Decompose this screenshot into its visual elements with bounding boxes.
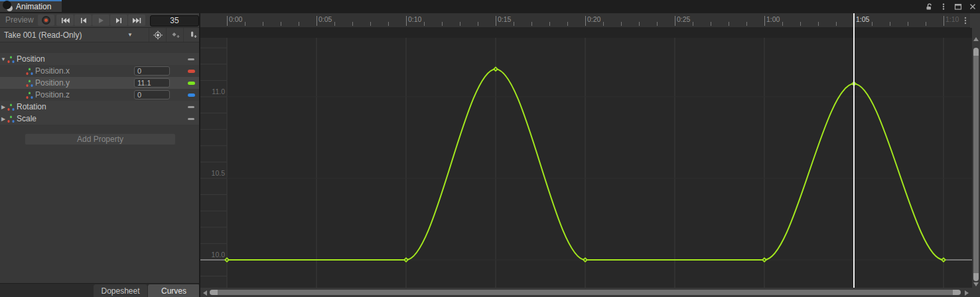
property-label: Position.y: [35, 78, 70, 88]
ruler-minor-tick: [800, 22, 801, 26]
lock-icon[interactable]: [923, 1, 935, 13]
previous-frame-button[interactable]: [74, 15, 92, 26]
ruler-major-tick: [316, 16, 317, 26]
property-row-position-y[interactable]: Position.y 11.1: [0, 77, 199, 89]
ruler-minor-tick: [478, 22, 478, 26]
tab-animation[interactable]: Animation: [0, 0, 62, 12]
horizontal-scrollbar-thumb[interactable]: [210, 290, 961, 295]
ruler-major-tick: [585, 16, 586, 26]
scroll-right-arrow-icon[interactable]: [965, 290, 969, 296]
ruler-time-label: 1:10: [945, 15, 959, 23]
next-frame-button[interactable]: [110, 15, 127, 26]
add-keyframe-button[interactable]: [166, 28, 184, 42]
ruler-minor-tick: [424, 22, 425, 26]
value-field-z[interactable]: 0: [134, 90, 170, 99]
scroll-left-arrow-icon[interactable]: [203, 290, 207, 296]
ruler-minor-tick: [281, 22, 281, 26]
property-row-position[interactable]: ▼ Position: [0, 53, 199, 65]
tab-title: Animation: [16, 2, 51, 11]
record-icon: [42, 16, 50, 25]
ruler-kebab-menu-icon[interactable]: [960, 13, 970, 27]
transform-icon: [25, 91, 33, 99]
ruler-time-label: 0:15: [498, 15, 511, 23]
scrollbar-corner: [972, 288, 980, 297]
ruler-minor-tick: [334, 22, 335, 26]
play-button[interactable]: [92, 15, 109, 26]
playhead-line[interactable]: [853, 13, 855, 288]
ruler-time-label: 1:05: [856, 15, 869, 23]
ruler-minor-tick: [746, 22, 747, 26]
curve-color-pill-z: [188, 93, 195, 97]
kebab-menu-icon[interactable]: [938, 1, 949, 13]
property-label: Position.x: [35, 66, 70, 76]
ruler-minor-tick: [567, 22, 568, 26]
window-tab-bar: Animation: [0, 0, 980, 13]
ruler-minor-tick: [836, 22, 837, 26]
ruler-major-tick: [406, 16, 407, 26]
chevron-down-icon: ▼: [127, 29, 133, 42]
ruler-minor-tick: [549, 22, 550, 26]
ruler-major-tick: [944, 16, 944, 26]
clip-selector-dropdown[interactable]: Take 001 (Read-Only) ▼: [0, 28, 149, 42]
ruler-minor-tick: [818, 22, 819, 26]
ruler-minor-tick: [872, 22, 873, 26]
value-axis-label: 10.5: [212, 169, 226, 177]
tab-curves[interactable]: Curves: [148, 284, 200, 297]
ruler-minor-tick: [729, 22, 729, 26]
ruler-minor-tick: [388, 22, 389, 26]
property-row-position-z[interactable]: Position.z 0: [0, 89, 199, 101]
vertical-scrollbar-thumb[interactable]: [973, 48, 979, 281]
preview-toggle[interactable]: Preview: [5, 13, 34, 27]
disclosure-triangle-icon[interactable]: ▼: [0, 56, 7, 62]
property-row-scale[interactable]: ▶ Scale: [0, 113, 199, 125]
goto-start-button[interactable]: [56, 15, 74, 26]
ruler-minor-tick: [926, 22, 926, 26]
current-frame-field[interactable]: 35: [150, 15, 199, 27]
close-icon[interactable]: [967, 1, 979, 13]
plot-top-band: [200, 28, 972, 38]
property-row-rotation[interactable]: ▶ Rotation: [0, 101, 199, 113]
current-keyframe-button[interactable]: [149, 28, 167, 42]
curve-canvas[interactable]: 11.010.510.0: [200, 28, 972, 288]
property-label: Position.z: [35, 90, 70, 99]
mode-tab-bar: Dopesheet Curves: [0, 283, 200, 297]
ruler-time-label: 0:25: [677, 15, 690, 23]
scroll-up-arrow-icon[interactable]: [973, 37, 979, 41]
goto-end-button[interactable]: [128, 15, 145, 26]
value-gutter: [200, 28, 227, 288]
ruler-minor-tick: [782, 22, 783, 26]
ruler-time-label: 0:20: [587, 15, 600, 23]
value-axis-label: 10.0: [212, 251, 226, 259]
disclosure-triangle-icon[interactable]: ▶: [0, 104, 7, 110]
transform-icon: [7, 115, 15, 123]
curve-editor[interactable]: 11.010.510.0: [200, 28, 972, 288]
scroll-down-arrow-icon[interactable]: [973, 282, 979, 286]
ruler-corner: [970, 13, 980, 28]
ruler-minor-tick: [299, 22, 299, 26]
animation-toolbar: Preview 35: [0, 13, 200, 28]
add-property-button[interactable]: Add Property: [25, 133, 176, 145]
curve-indicator-dash: [188, 58, 194, 60]
time-ruler[interactable]: 0:000:050:100:150:200:251:001:051:10: [200, 13, 970, 28]
curve-indicator-dash: [188, 118, 194, 120]
value-field-x[interactable]: 0: [134, 66, 170, 76]
maximize-icon[interactable]: [952, 1, 964, 13]
vertical-scrollbar[interactable]: [972, 28, 980, 288]
record-button[interactable]: [38, 15, 54, 26]
horizontal-scrollbar[interactable]: [200, 288, 972, 297]
property-row-position-x[interactable]: Position.x 0: [0, 65, 199, 77]
add-event-button[interactable]: [183, 28, 201, 42]
value-field-y[interactable]: 11.1: [134, 78, 170, 88]
ruler-minor-tick: [531, 22, 532, 26]
transform-icon: [25, 79, 33, 87]
ruler-minor-tick: [693, 22, 693, 26]
disclosure-triangle-icon[interactable]: ▶: [0, 116, 7, 122]
curve-color-pill-x: [188, 70, 195, 73]
ruler-time-label: 0:05: [318, 15, 332, 23]
tab-dopesheet[interactable]: Dopesheet: [94, 284, 147, 297]
ruler-minor-tick: [890, 22, 890, 26]
ruler-minor-tick: [263, 22, 263, 26]
ruler-minor-tick: [908, 22, 908, 26]
property-label: Scale: [17, 114, 36, 123]
ruler-minor-tick: [711, 22, 711, 26]
